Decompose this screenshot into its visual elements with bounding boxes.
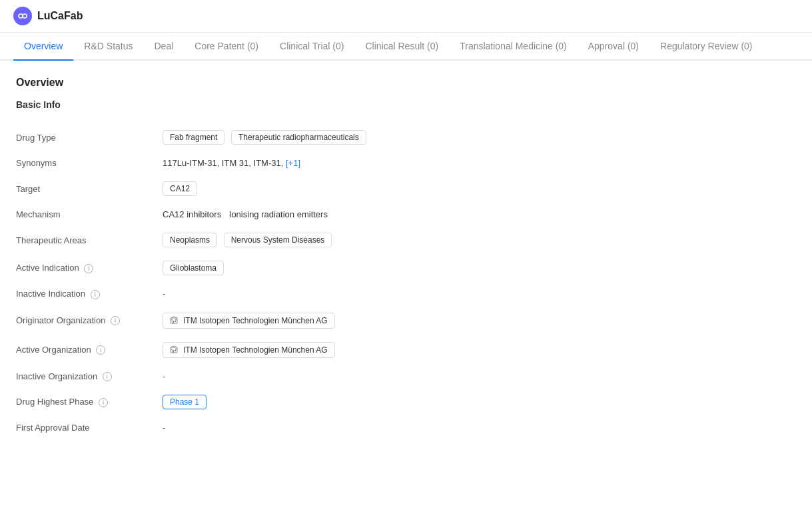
tab-clinical-result[interactable]: Clinical Result (0) bbox=[354, 33, 449, 61]
originator-org-tag: ITM Isotopen Technologien München AG bbox=[163, 313, 335, 329]
field-label-therapeutic-areas: Therapeutic Areas bbox=[16, 226, 163, 254]
svg-rect-5 bbox=[171, 319, 173, 321]
tab-approval[interactable]: Approval (0) bbox=[578, 33, 649, 61]
active-org-tag: ITM Isotopen Technologien München AG bbox=[163, 342, 335, 358]
app-logo bbox=[13, 7, 32, 25]
mechanism-text: CA12 inhibitors Ionising radiation emitt… bbox=[163, 209, 333, 219]
svg-rect-6 bbox=[175, 319, 177, 321]
tab-clinical-trial[interactable]: Clinical Trial (0) bbox=[269, 33, 354, 61]
synonyms-text: 117Lu-ITM-31, ITM 31, ITM-31, bbox=[163, 158, 286, 168]
subsection-title: Basic Info bbox=[16, 99, 796, 110]
table-row: Drug Highest Phase i Phase 1 bbox=[16, 388, 796, 416]
field-value-target: CA12 bbox=[163, 175, 796, 203]
field-label-drug-highest-phase: Drug Highest Phase i bbox=[16, 388, 163, 416]
tab-core-patent[interactable]: Core Patent (0) bbox=[184, 33, 269, 61]
svg-rect-8 bbox=[173, 350, 174, 353]
svg-rect-4 bbox=[175, 321, 176, 322]
tag-therapeutic-radio: Therapeutic radiopharmaceuticals bbox=[231, 130, 366, 145]
table-row: Synonyms 117Lu-ITM-31, ITM 31, ITM-31, [… bbox=[16, 151, 796, 175]
inactive-org-dash: - bbox=[163, 371, 165, 381]
tab-regulatory-review[interactable]: Regulatory Review (0) bbox=[649, 33, 763, 61]
tag-fab-fragment: Fab fragment bbox=[163, 130, 224, 145]
field-value-active-org: ITM Isotopen Technologien München AG bbox=[163, 335, 796, 365]
inactive-org-info-icon[interactable]: i bbox=[103, 372, 112, 381]
tag-ca12: CA12 bbox=[163, 181, 197, 196]
tab-translational-medicine[interactable]: Translational Medicine (0) bbox=[449, 33, 578, 61]
field-label-synonyms: Synonyms bbox=[16, 151, 163, 175]
tab-deal[interactable]: Deal bbox=[144, 33, 185, 61]
field-value-first-approval-date: - bbox=[163, 416, 796, 439]
tag-neoplasms: Neoplasms bbox=[163, 233, 217, 247]
table-row: Target CA12 bbox=[16, 175, 796, 203]
field-value-active-indication: Glioblastoma bbox=[163, 254, 796, 282]
table-row: Drug Type Fab fragment Therapeutic radio… bbox=[16, 123, 796, 151]
field-label-first-approval-date: First Approval Date bbox=[16, 416, 163, 439]
table-row: Originator Organization i bbox=[16, 306, 796, 335]
main-content: Overview Basic Info Drug Type Fab fragme… bbox=[0, 61, 812, 455]
table-row: Active Organization i bbox=[16, 335, 796, 365]
nav-tabs: Overview R&D Status Deal Core Patent (0)… bbox=[0, 33, 812, 61]
originator-org-info-icon[interactable]: i bbox=[111, 316, 120, 325]
field-value-originator-org: ITM Isotopen Technologien München AG bbox=[163, 306, 796, 335]
field-label-drug-type: Drug Type bbox=[16, 123, 163, 151]
header: LuCaFab bbox=[0, 0, 812, 33]
phase-1-tag: Phase 1 bbox=[163, 395, 206, 409]
inactive-indication-dash: - bbox=[163, 289, 165, 299]
table-row: Therapeutic Areas Neoplasms Nervous Syst… bbox=[16, 226, 796, 254]
field-value-inactive-indication: - bbox=[163, 282, 796, 306]
field-label-mechanism: Mechanism bbox=[16, 203, 163, 226]
table-row: First Approval Date - bbox=[16, 416, 796, 439]
svg-rect-10 bbox=[171, 349, 173, 350]
org-building-icon bbox=[170, 316, 179, 325]
org-building-icon-2 bbox=[170, 345, 179, 355]
field-label-inactive-org: Inactive Organization i bbox=[16, 365, 163, 389]
svg-point-0 bbox=[19, 14, 23, 18]
field-value-drug-highest-phase: Phase 1 bbox=[163, 388, 796, 416]
tab-overview[interactable]: Overview bbox=[13, 33, 73, 61]
svg-rect-9 bbox=[175, 350, 176, 351]
table-row: Inactive Organization i - bbox=[16, 365, 796, 389]
field-value-synonyms: 117Lu-ITM-31, ITM 31, ITM-31, [+1] bbox=[163, 151, 796, 175]
table-row: Active Indication i Glioblastoma bbox=[16, 254, 796, 282]
table-row: Mechanism CA12 inhibitors Ionising radia… bbox=[16, 203, 796, 226]
drug-highest-phase-info-icon[interactable]: i bbox=[99, 398, 108, 407]
tag-nervous-system: Nervous System Diseases bbox=[224, 233, 332, 247]
field-value-inactive-org: - bbox=[163, 365, 796, 389]
synonyms-more-link[interactable]: [+1] bbox=[286, 158, 300, 168]
mechanism-ca12: CA12 inhibitors bbox=[163, 209, 221, 219]
field-label-active-indication: Active Indication i bbox=[16, 254, 163, 282]
active-org-info-icon[interactable]: i bbox=[96, 345, 105, 355]
svg-rect-3 bbox=[173, 321, 174, 323]
field-label-originator-org: Originator Organization i bbox=[16, 306, 163, 335]
inactive-indication-info-icon[interactable]: i bbox=[91, 290, 100, 299]
app-title: LuCaFab bbox=[37, 10, 83, 22]
table-row: Inactive Indication i - bbox=[16, 282, 796, 306]
svg-point-1 bbox=[23, 14, 27, 18]
info-table: Drug Type Fab fragment Therapeutic radio… bbox=[16, 123, 796, 439]
tab-rd-status[interactable]: R&D Status bbox=[73, 33, 143, 61]
field-label-inactive-indication: Inactive Indication i bbox=[16, 282, 163, 306]
field-label-target: Target bbox=[16, 175, 163, 203]
field-value-mechanism: CA12 inhibitors Ionising radiation emitt… bbox=[163, 203, 796, 226]
first-approval-dash: - bbox=[163, 423, 165, 433]
section-title: Overview bbox=[16, 77, 796, 89]
field-value-therapeutic-areas: Neoplasms Nervous System Diseases bbox=[163, 226, 796, 254]
mechanism-ionising: Ionising radiation emitters bbox=[229, 209, 328, 219]
tag-glioblastoma: Glioblastoma bbox=[163, 261, 224, 275]
svg-rect-11 bbox=[175, 349, 177, 350]
field-label-active-org: Active Organization i bbox=[16, 335, 163, 365]
active-indication-info-icon[interactable]: i bbox=[84, 264, 93, 273]
field-value-drug-type: Fab fragment Therapeutic radiopharmaceut… bbox=[163, 123, 796, 151]
